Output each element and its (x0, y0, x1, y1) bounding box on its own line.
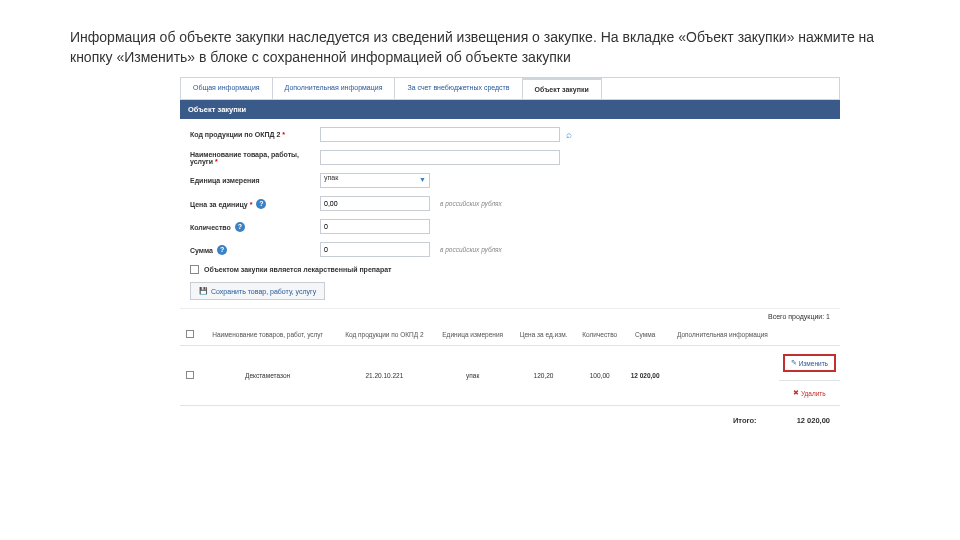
price-label: Цена за единицу *? (190, 199, 320, 209)
drug-checkbox-label: Объектом закупки является лекарственный … (204, 266, 392, 273)
okpd-label: Код продукции по ОКПД 2 * (190, 131, 320, 138)
drug-checkbox[interactable] (190, 265, 199, 274)
col-qty: Количество (575, 324, 624, 346)
currency-note: в российских рублях (440, 200, 502, 207)
hint-icon[interactable]: ? (235, 222, 245, 232)
cell-sum: 12 020,00 (624, 346, 666, 406)
qty-input[interactable] (320, 219, 430, 234)
positions-count: Всего продукции: 1 (180, 308, 840, 324)
tabs-bar: Общая информация Дополнительная информац… (180, 77, 840, 100)
save-product-button[interactable]: 💾 Сохранить товар, работу, услугу (190, 282, 325, 300)
save-button-label: Сохранить товар, работу, услугу (211, 288, 316, 295)
cell-unit: упак (434, 346, 512, 406)
instruction-text: Информация об объекте закупки наследуетс… (0, 0, 960, 77)
col-unit: Единица измерения (434, 324, 512, 346)
cell-qty: 100,00 (575, 346, 624, 406)
sum-input[interactable] (320, 242, 430, 257)
tab-general[interactable]: Общая информация (181, 78, 273, 99)
table-row: Декстаметазон 21.20.10.221 упак 120,20 1… (180, 346, 840, 381)
app-window: Общая информация Дополнительная информац… (180, 77, 840, 435)
select-all-checkbox[interactable] (186, 330, 194, 338)
tab-additional[interactable]: Дополнительная информация (273, 78, 396, 99)
price-input[interactable] (320, 196, 430, 211)
name-label: Наименование товара, работы, услуги * (190, 151, 320, 165)
col-price: Цена за ед.изм. (512, 324, 575, 346)
sum-label: Сумма? (190, 245, 320, 255)
delete-button[interactable]: ✖ Удалить (793, 389, 826, 397)
close-icon: ✖ (793, 389, 799, 397)
cell-name: Декстаметазон (200, 346, 335, 406)
tab-budget[interactable]: За счет внебюджетных средств (395, 78, 522, 99)
tab-object[interactable]: Объект закупки (523, 78, 602, 99)
form-area: Код продукции по ОКПД 2 * ⌕ Наименование… (180, 119, 840, 308)
qty-label: Количество? (190, 222, 320, 232)
unit-value: упак (324, 174, 338, 181)
cell-price: 120,20 (512, 346, 575, 406)
currency-note: в российских рублях (440, 246, 502, 253)
unit-label: Единица измерения (190, 177, 320, 184)
hint-icon[interactable]: ? (256, 199, 266, 209)
col-sum: Сумма (624, 324, 666, 346)
row-checkbox[interactable] (186, 371, 194, 379)
total-label: Итого: (733, 416, 757, 425)
okpd-input[interactable] (320, 127, 560, 142)
name-input[interactable] (320, 150, 560, 165)
edit-button[interactable]: ✎ Изменить (783, 354, 836, 372)
products-table: Наименование товаров, работ, услуг Код п… (180, 324, 840, 405)
chevron-down-icon: ▼ (419, 176, 426, 183)
search-icon[interactable]: ⌕ (566, 129, 572, 140)
col-okpd: Код продукции по ОКПД 2 (335, 324, 433, 346)
hint-icon[interactable]: ? (217, 245, 227, 255)
col-extra: Дополнительная информация (666, 324, 779, 346)
pencil-icon: ✎ (791, 359, 797, 367)
total-value: 12 020,00 (797, 416, 830, 425)
save-icon: 💾 (199, 287, 208, 295)
unit-select[interactable]: упак ▼ (320, 173, 430, 188)
col-name: Наименование товаров, работ, услуг (200, 324, 335, 346)
section-header: Объект закупки (180, 100, 840, 119)
edit-button-label: Изменить (799, 360, 828, 367)
cell-okpd: 21.20.10.221 (335, 346, 433, 406)
total-row: Итого: 12 020,00 (180, 405, 840, 435)
delete-button-label: Удалить (801, 390, 826, 397)
